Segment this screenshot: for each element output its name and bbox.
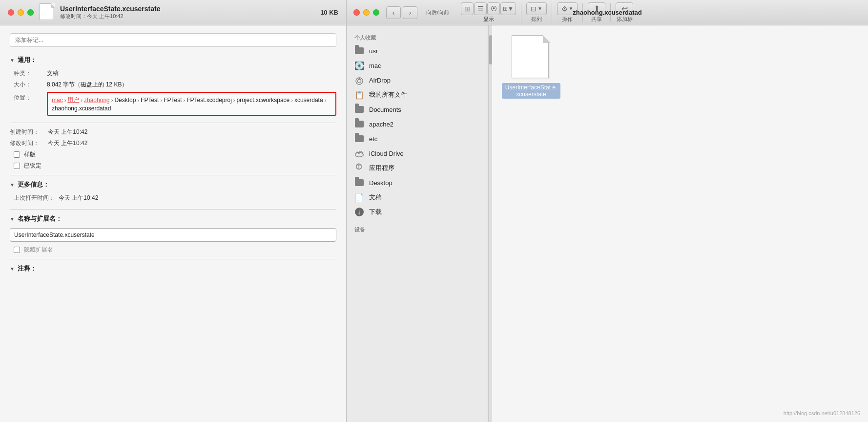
locked-label: 已锁定	[24, 162, 41, 170]
sidebar-item-wendang[interactable]: 📄 文稿	[347, 190, 488, 205]
sidebar-item-usr[interactable]: usr	[347, 43, 488, 58]
icon-view-button[interactable]: ⊞	[461, 2, 474, 15]
finder-window-title: zhaohong.xcuserdatad	[573, 9, 642, 16]
sort-icon: ⊟	[531, 5, 537, 13]
maximize-button[interactable]	[27, 9, 34, 16]
general-arrow: ▼	[10, 58, 15, 63]
sidebar-item-apache2[interactable]: apache2	[347, 117, 488, 131]
finder-close-button[interactable]	[353, 9, 360, 16]
name-arrow: ▼	[10, 216, 15, 222]
column-view-button[interactable]: ⦿	[487, 2, 500, 15]
sidebar-item-wendang-label: 文稿	[369, 193, 382, 202]
section-notes-header[interactable]: ▼ 注释：	[10, 264, 336, 273]
notes-arrow: ▼	[10, 266, 15, 272]
sidebar-item-downloads[interactable]: ↓ 下载	[347, 205, 488, 219]
section-general-label: 通用：	[18, 56, 37, 64]
title-file-name: UserInterfaceState.xcuserstate	[60, 5, 315, 13]
tag-input[interactable]	[10, 33, 336, 47]
minimize-button[interactable]	[18, 9, 24, 16]
watermark: http://blog.csdn.net/u012848126	[784, 410, 860, 416]
finder-main-content: UserInterfaceStat e.xcuserstate http://b…	[492, 25, 868, 422]
more-info: 上次打开时间： 今天 上午10:42	[14, 194, 336, 202]
list-view-button[interactable]: ☰	[474, 2, 487, 15]
section-notes-label: 注释：	[18, 264, 37, 273]
sort-group: ⊟ ▼ 排列	[526, 2, 547, 23]
finder-minimize-button[interactable]	[363, 9, 370, 16]
sidebar-section-device: 设备	[347, 223, 488, 235]
finder-maximize-button[interactable]	[373, 9, 379, 16]
mac-icon: 💽	[354, 61, 364, 70]
sidebar-item-mac[interactable]: 💽 mac	[347, 58, 488, 73]
path-fptest1: FPTest	[141, 97, 159, 104]
separator-1	[10, 123, 336, 123]
usr-icon	[354, 46, 364, 56]
etc-icon	[354, 134, 364, 144]
path-desktop: Desktop	[114, 97, 136, 104]
sample-label: 样版	[24, 150, 36, 159]
sidebar-item-icloud[interactable]: iCloud Drive	[347, 146, 488, 161]
path-xcuserdata: xcuserdata	[294, 97, 323, 104]
sidebar-item-etc[interactable]: etc	[347, 131, 488, 146]
sidebar-item-desktop-label: Desktop	[369, 179, 393, 187]
path-user[interactable]: 用户	[67, 96, 79, 104]
sort-button[interactable]: ⊟ ▼	[526, 2, 547, 15]
flow-view-button[interactable]: ⊞▼	[500, 2, 516, 15]
size-row: 大小： 8,042 字节（磁盘上的 12 KB）	[14, 81, 336, 89]
sidebar-item-desktop[interactable]: Desktop	[347, 175, 488, 190]
forward-button[interactable]: ›	[403, 6, 417, 19]
separator-2	[10, 175, 336, 175]
left-title-info: UserInterfaceState.xcuserstate 修改时间：今天 上…	[60, 5, 315, 20]
apps-icon	[354, 163, 364, 173]
nav-label: 向后/向前	[426, 9, 449, 16]
last-open-row: 上次打开时间： 今天 上午10:42	[14, 194, 336, 202]
sample-checkbox[interactable]	[14, 151, 20, 158]
action-label: 操作	[562, 16, 573, 23]
section-more-header[interactable]: ▼ 更多信息：	[10, 180, 336, 189]
separator-3	[10, 209, 336, 210]
svg-text:↓: ↓	[358, 208, 361, 216]
sidebar-item-documents[interactable]: Documents	[347, 102, 488, 117]
separator-4	[10, 259, 336, 259]
file-icon-item[interactable]: UserInterfaceStat e.xcuserstate	[502, 35, 560, 99]
finder-traffic-lights	[353, 9, 379, 16]
view-label: 显示	[483, 16, 494, 23]
hide-ext-checkbox[interactable]	[14, 247, 20, 253]
gear-icon: ⚙	[561, 5, 568, 13]
sidebar-item-apps-label: 应用程序	[369, 164, 394, 172]
section-name-header[interactable]: ▼ 名称与扩展名：	[10, 214, 336, 223]
section-general-header[interactable]: ▼ 通用：	[10, 56, 336, 64]
sidebar-item-allfiles[interactable]: 📋 我的所有文件	[347, 87, 488, 102]
left-content: ▼ 通用： 种类： 文稿 大小： 8,042 字节（磁盘上的 12 KB） 位置…	[0, 25, 346, 422]
close-button[interactable]	[8, 9, 14, 16]
location-label: 位置：	[14, 94, 43, 102]
file-info-panel: UserInterfaceState.xcuserstate 修改时间：今天 上…	[0, 0, 347, 422]
file-thumbnail	[512, 35, 551, 79]
path-mac[interactable]: mac	[52, 97, 63, 104]
file-icon-small	[40, 3, 55, 22]
sidebar-item-apps[interactable]: 应用程序	[347, 161, 488, 175]
path-zhaohong[interactable]: zhaohong	[84, 97, 110, 104]
sort-dropdown-icon: ▼	[537, 6, 542, 11]
svg-point-1	[358, 80, 361, 83]
filename-input[interactable]	[10, 228, 336, 242]
kind-row: 种类： 文稿	[14, 69, 336, 78]
locked-checkbox[interactable]	[14, 163, 20, 169]
created-row: 创建时间： 今天 上午10:42	[10, 128, 336, 136]
share-label: 共享	[591, 16, 602, 23]
addtag-label: 添加标	[617, 16, 633, 23]
sidebar-item-usr-label: usr	[369, 47, 378, 55]
size-value: 8,042 字节（磁盘上的 12 KB）	[47, 81, 127, 89]
wendang-icon: 📄	[354, 192, 364, 202]
allfiles-icon: 📋	[354, 90, 364, 100]
toolbar-sep-1	[521, 3, 521, 22]
icloud-icon	[354, 148, 364, 158]
back-button[interactable]: ‹	[386, 6, 401, 19]
title-file-modified: 修改时间：今天 上午10:42	[60, 13, 315, 20]
sidebar-item-airdrop[interactable]: AirDrop	[347, 73, 488, 87]
sidebar-item-etc-label: etc	[369, 135, 377, 143]
created-label: 创建时间：	[10, 128, 44, 136]
sidebar-scrollbar[interactable]	[488, 25, 492, 422]
section-name-label: 名称与扩展名：	[18, 214, 62, 223]
toolbar-sep-2	[552, 3, 552, 22]
path-xcuserdatad: zhaohong.xcuserdatad	[52, 105, 111, 112]
